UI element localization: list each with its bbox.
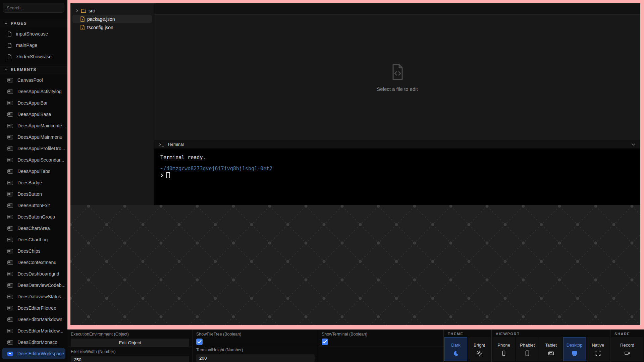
toolbar-group-label: VIEWPORT [492, 329, 610, 337]
showterminal-checkbox[interactable] [322, 339, 328, 345]
theme-dark-button[interactable]: Dark [444, 337, 467, 361]
sidebar-item[interactable]: DeesEditorMarkdow... [0, 325, 67, 337]
terminal-prompt-line [160, 172, 634, 178]
sidebar-item[interactable]: DeesBadge [0, 177, 67, 188]
sidebar-item[interactable]: DeesDataviewCodeb... [0, 280, 67, 291]
sidebar-item[interactable]: DeesAppuiMainmenu [0, 131, 67, 143]
component-icon [7, 352, 13, 356]
property-cell: ShowFileTree (Boolean) [193, 329, 318, 345]
desktop-icon [572, 350, 578, 356]
viewport-phablet-button[interactable]: Phablet [516, 337, 539, 361]
phone-icon [501, 350, 507, 356]
sun-icon [476, 350, 482, 356]
viewport-phone-button[interactable]: Phone [492, 337, 515, 361]
component-icon [7, 306, 13, 310]
component-icon [7, 260, 13, 265]
search-input[interactable] [3, 3, 64, 13]
component-icon [7, 101, 13, 105]
showfiletree-checkbox[interactable] [196, 339, 203, 345]
native-icon [595, 350, 601, 356]
component-icon [7, 158, 13, 162]
sidebar-item[interactable]: DeesEditorMonaco [0, 337, 67, 348]
sidebar-item-label: DeesAppuiProfileDro... [17, 146, 65, 151]
tree-item-packagejson[interactable]: package.json [72, 15, 152, 23]
sidebar-item[interactable]: DeesAppuiProfileDro... [0, 143, 67, 154]
component-icon [7, 124, 13, 128]
sidebar-item-selected[interactable]: DeesEditorWorkspace [2, 348, 65, 359]
section-label: PAGES [11, 21, 27, 26]
sidebar-item[interactable]: DeesContextmenu [0, 257, 67, 268]
section-header-pages[interactable]: PAGES [0, 19, 67, 28]
sidebar-item[interactable]: DeesAppuiBase [0, 109, 67, 120]
property-label: ShowFileTree (Boolean) [196, 332, 315, 337]
share-record-button[interactable]: Record [611, 337, 643, 361]
terminal-body[interactable]: Terminal ready. ~/40mzgcwo8273gvej6i7ivq… [154, 148, 640, 205]
property-label: TerminalHeight (Number) [196, 348, 315, 352]
sidebar-item-label: DeesAppuiTabs [17, 169, 50, 174]
sidebar-item[interactable]: DeesChartLog [0, 234, 67, 245]
sidebar-item[interactable]: DeesAppuiTabs [0, 166, 67, 177]
viewport-tablet-button[interactable]: Tablet [539, 337, 562, 361]
sidebar-item-mainpage[interactable]: mainPage [0, 40, 67, 51]
editor-tab-bar [154, 3, 640, 15]
sidebar-item[interactable]: DeesButton [0, 188, 67, 200]
button-label: Native [592, 343, 604, 348]
component-icon [7, 238, 13, 242]
sidebar-item[interactable]: DeesChips [0, 245, 67, 257]
chevron-down-icon [4, 68, 8, 71]
button-label: Desktop [567, 343, 583, 348]
sidebar-item[interactable]: DeesButtonGroup [0, 211, 67, 223]
sidebar-item[interactable]: DeesAppuiSecondar... [0, 154, 67, 166]
viewport-native-button[interactable]: Native [587, 337, 609, 361]
sidebar-item[interactable]: DeesAppuiBar [0, 97, 67, 109]
tree-item-tsconfigjson[interactable]: tsconfig.json [72, 23, 152, 32]
section-header-elements[interactable]: ELEMENTS [0, 65, 67, 74]
filetreewidth-input[interactable] [71, 356, 189, 362]
sidebar-item[interactable]: DeesEditorFiletree [0, 302, 67, 314]
sidebar-item-label: DeesButtonGroup [17, 214, 55, 220]
sidebar-item[interactable]: DeesAppuiActivitylog [0, 86, 67, 97]
editor-workspace: src package.json tsconfig.json Select a … [70, 3, 640, 205]
file-code-icon [388, 63, 407, 81]
property-cell: ShowTerminal (Boolean) [318, 329, 443, 347]
sidebar-item-label: DeesDashboardgrid [17, 271, 59, 277]
sidebar-item[interactable]: DeesEditorMarkdown [0, 314, 67, 325]
sidebar-item[interactable]: CanvasPool [0, 74, 67, 86]
property-cell: TerminalHeight (Number) [193, 345, 318, 362]
component-icon [7, 78, 13, 82]
terminal-ready-line: Terminal ready. [160, 154, 634, 161]
terminal-header[interactable]: >_ Terminal [154, 140, 640, 148]
button-label: Tablet [545, 343, 557, 348]
chevron-down-icon[interactable] [631, 143, 636, 146]
sidebar-item-label: inputShowcase [16, 31, 48, 37]
viewport-desktop-button[interactable]: Desktop [563, 337, 586, 361]
pages-list: inputShowcase mainPage zIndexShowcase [0, 28, 67, 62]
sidebar-item-label: DeesAppuiMainmenu [17, 134, 62, 140]
property-cell [318, 347, 443, 362]
sidebar-item-label: DeesDataviewStatus... [17, 294, 65, 299]
sidebar-item-zindexshowcase[interactable]: zIndexShowcase [0, 51, 67, 62]
sidebar-item-label: DeesEditorFiletree [17, 305, 56, 311]
editor-empty-message: Select a file to edit [377, 86, 418, 92]
component-icon [7, 135, 13, 139]
edit-object-button[interactable]: Edit Object [71, 339, 189, 347]
page-icon [7, 43, 12, 48]
sidebar-item[interactable]: DeesDataviewStatus... [0, 291, 67, 302]
theme-bright-button[interactable]: Bright [468, 337, 491, 361]
sidebar-item[interactable]: DeesAppuiMainconte... [0, 120, 67, 131]
sidebar-item[interactable]: DeesButtonExit [0, 200, 67, 211]
tree-item-src[interactable]: src [70, 6, 154, 15]
properties-panel: ExecutionEnvironment (Object) Edit Objec… [67, 329, 644, 362]
sidebar-item[interactable]: DeesChartArea [0, 223, 67, 234]
sidebar-item[interactable]: DeesDashboardgrid [0, 268, 67, 280]
check-icon [323, 340, 327, 344]
check-icon [197, 340, 202, 344]
sidebar-item-label: DeesEditorWorkspace [17, 351, 64, 356]
component-icon [7, 181, 13, 185]
toolbar-group-share: SHARE Record [610, 329, 644, 362]
demo-frame: src package.json tsconfig.json Select a … [67, 0, 644, 329]
component-icon [7, 215, 13, 219]
property-column: ExecutionEnvironment (Object) Edit Objec… [67, 329, 193, 362]
terminalheight-input[interactable] [196, 354, 315, 362]
sidebar-item-inputshowcase[interactable]: inputShowcase [0, 28, 67, 40]
